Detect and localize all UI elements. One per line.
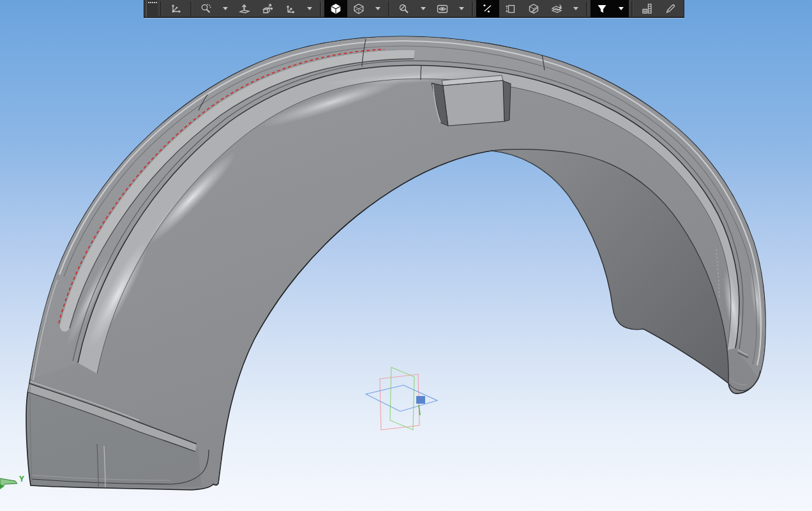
selection-filter-dropdown[interactable] bbox=[613, 0, 629, 17]
3d-viewport[interactable] bbox=[0, 0, 812, 511]
zoom-area-button[interactable] bbox=[195, 0, 218, 17]
hide-objects-dropdown[interactable] bbox=[416, 0, 431, 17]
hide-objects-button[interactable] bbox=[393, 0, 416, 17]
toolbar-separator bbox=[320, 1, 322, 16]
layers-dropdown[interactable] bbox=[568, 0, 583, 17]
zoom-area-icon bbox=[200, 3, 212, 15]
section-view-icon bbox=[528, 3, 539, 15]
chevron-down-icon bbox=[459, 7, 464, 10]
show-objects-dropdown[interactable] bbox=[454, 0, 469, 17]
zoom-to-fit-button[interactable] bbox=[233, 0, 256, 17]
shaded-display-button[interactable] bbox=[324, 0, 347, 17]
wireframe-display-icon bbox=[353, 3, 365, 15]
show-objects-button[interactable] bbox=[431, 0, 454, 17]
construction-points-icon bbox=[482, 3, 493, 15]
orientation-button[interactable] bbox=[279, 0, 302, 17]
stylus-icon bbox=[665, 3, 676, 15]
toolbar-group-display-mode bbox=[322, 0, 387, 17]
toolbar-separator bbox=[190, 1, 192, 16]
layers-button[interactable] bbox=[545, 0, 568, 17]
toolbar-separator bbox=[388, 1, 390, 16]
section-view-button[interactable] bbox=[522, 0, 545, 17]
chevron-down-icon bbox=[375, 7, 380, 10]
hide-objects-icon bbox=[398, 3, 410, 15]
origin-marker[interactable] bbox=[416, 396, 425, 404]
toolbar-group-visibility bbox=[391, 0, 471, 17]
toolbar-group-view-controls bbox=[193, 0, 319, 17]
fender-model[interactable] bbox=[26, 36, 767, 490]
dimensions-box-icon bbox=[505, 3, 516, 15]
show-objects-icon bbox=[437, 3, 448, 15]
apex-tab bbox=[432, 75, 511, 126]
y-axis-arrow-icon bbox=[0, 478, 17, 489]
selection-filter-button[interactable] bbox=[590, 0, 613, 17]
measure-check-button[interactable] bbox=[636, 0, 659, 17]
zoom-area-dropdown[interactable] bbox=[218, 0, 233, 17]
chevron-down-icon bbox=[619, 7, 624, 10]
chevron-down-icon bbox=[573, 7, 578, 10]
coordinate-polyline-icon bbox=[170, 3, 182, 15]
toolbar-group-sketch bbox=[163, 0, 190, 17]
origin-plane-green[interactable] bbox=[390, 367, 414, 430]
selection-filter-icon bbox=[596, 3, 608, 15]
grip-handle-icon bbox=[148, 1, 157, 5]
shaded-display-icon bbox=[330, 3, 342, 15]
wireframe-display-button[interactable] bbox=[347, 0, 370, 17]
layers-icon bbox=[551, 3, 562, 15]
floating-toolbar bbox=[144, 0, 684, 18]
toolbar-separator bbox=[586, 1, 588, 16]
orientation-icon bbox=[285, 3, 296, 15]
chevron-down-icon bbox=[223, 7, 228, 10]
stylus-button[interactable] bbox=[659, 0, 682, 17]
toolbar-separator bbox=[160, 1, 162, 16]
origin-plane-blue[interactable] bbox=[366, 385, 437, 411]
origin-planes-indicator[interactable] bbox=[366, 367, 437, 430]
orientation-dropdown[interactable] bbox=[302, 0, 317, 17]
pan-move-icon bbox=[262, 3, 273, 15]
toolbar-group-handle bbox=[144, 0, 160, 17]
toolbar-separator bbox=[472, 1, 474, 16]
zoom-to-fit-icon bbox=[239, 3, 250, 15]
toolbar-separator bbox=[631, 1, 633, 16]
chevron-down-icon bbox=[421, 7, 426, 10]
construction-points-button[interactable] bbox=[476, 0, 499, 17]
grip-handle[interactable] bbox=[146, 0, 158, 17]
wireframe-display-dropdown[interactable] bbox=[370, 0, 386, 17]
toolbar-group-filter bbox=[589, 0, 631, 17]
toolbar-group-geometry-tools bbox=[474, 0, 585, 17]
chevron-down-icon bbox=[307, 7, 312, 10]
axis-y-label: Y bbox=[19, 474, 24, 484]
measure-check-icon bbox=[642, 3, 653, 15]
pan-move-button[interactable] bbox=[256, 0, 279, 17]
toolbar-group-measure bbox=[634, 0, 684, 17]
dimensions-box-button[interactable] bbox=[499, 0, 522, 17]
coordinate-polyline-button[interactable] bbox=[165, 0, 188, 17]
